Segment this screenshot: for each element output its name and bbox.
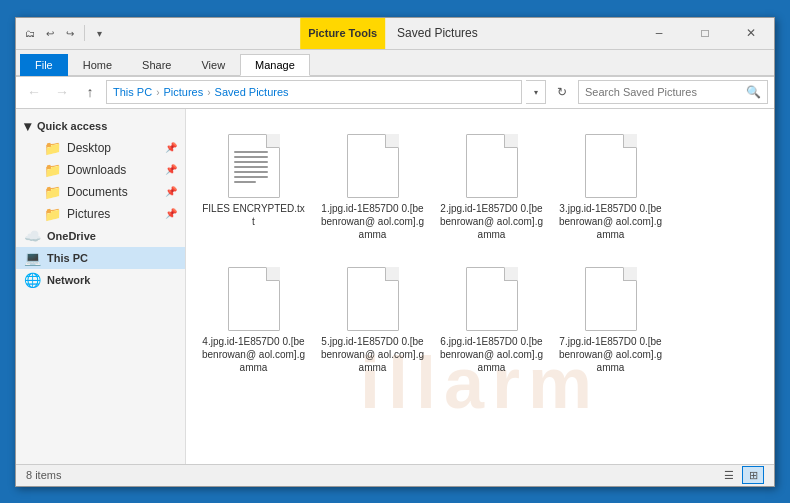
file-fold xyxy=(623,267,637,281)
status-count: 8 items xyxy=(26,469,61,481)
file-fold xyxy=(504,267,518,281)
txt-line xyxy=(234,166,268,168)
tab-share[interactable]: Share xyxy=(127,54,186,76)
breadcrumb-saved-pictures[interactable]: Saved Pictures xyxy=(215,86,289,98)
refresh-button[interactable]: ↻ xyxy=(550,80,574,104)
search-icon[interactable]: 🔍 xyxy=(746,85,761,99)
file-name: 4.jpg.id-1E857D0 0.[bebenrowan@ aol.com]… xyxy=(201,335,306,374)
this-pc-label: This PC xyxy=(47,252,88,264)
breadcrumb[interactable]: This PC › Pictures › Saved Pictures xyxy=(106,80,522,104)
txt-line xyxy=(234,151,268,153)
tab-view[interactable]: View xyxy=(186,54,240,76)
this-pc-icon: 💻 xyxy=(24,250,41,266)
txt-lines xyxy=(234,151,268,183)
large-icons-view-button[interactable]: ⊞ xyxy=(742,466,764,484)
txt-line xyxy=(234,181,256,183)
sidebar-item-this-pc[interactable]: 💻 This PC xyxy=(16,247,185,269)
file-item-file6[interactable]: 6.jpg.id-1E857D0 0.[bebenrowan@ aol.com]… xyxy=(434,252,549,381)
file-icon xyxy=(581,259,641,331)
quick-access-items: 📁 Desktop 📌 📁 Downloads 📌 📁 Documents 📌 … xyxy=(16,137,185,225)
breadcrumb-dropdown[interactable]: ▾ xyxy=(526,80,546,104)
pin-icon: 📌 xyxy=(165,142,177,153)
search-input[interactable] xyxy=(585,86,742,98)
file-icon xyxy=(224,126,284,198)
view-controls: ☰ ⊞ xyxy=(718,466,764,484)
file-fold xyxy=(623,134,637,148)
sidebar-item-label: Pictures xyxy=(67,207,110,221)
file-name: 5.jpg.id-1E857D0 0.[bebenrowan@ aol.com]… xyxy=(320,335,425,374)
file-paper xyxy=(347,134,399,198)
forward-button[interactable]: → xyxy=(50,80,74,104)
files-grid: FILES ENCRYPTED.txt 1.jpg.id-1E857D0 0.[… xyxy=(196,119,764,381)
quick-access-arrow: ▾ xyxy=(24,118,31,134)
tab-file[interactable]: File xyxy=(20,54,68,76)
sidebar-item-documents[interactable]: 📁 Documents 📌 xyxy=(36,181,185,203)
details-view-button[interactable]: ☰ xyxy=(718,466,740,484)
sidebar-item-pictures[interactable]: 📁 Pictures 📌 xyxy=(36,203,185,225)
sidebar-item-label: Desktop xyxy=(67,141,111,155)
file-icon xyxy=(462,259,522,331)
maximize-button[interactable]: □ xyxy=(682,17,728,49)
file-item-file1[interactable]: 1.jpg.id-1E857D0 0.[bebenrowan@ aol.com]… xyxy=(315,119,430,248)
file-fold xyxy=(385,267,399,281)
file-item-file7[interactable]: 7.jpg.id-1E857D0 0.[bebenrowan@ aol.com]… xyxy=(553,252,668,381)
back-button[interactable]: ← xyxy=(22,80,46,104)
qat-separator xyxy=(84,25,85,41)
sidebar-item-label: Documents xyxy=(67,185,128,199)
file-paper xyxy=(466,134,518,198)
minimize-button[interactable]: – xyxy=(636,17,682,49)
up-button[interactable]: ↑ xyxy=(78,80,102,104)
folder-icon: 🗂 xyxy=(22,25,38,41)
file-item-files-encrypted[interactable]: FILES ENCRYPTED.txt xyxy=(196,119,311,248)
pin-icon: 📌 xyxy=(165,208,177,219)
file-paper xyxy=(347,267,399,331)
file-fold xyxy=(504,134,518,148)
tab-home[interactable]: Home xyxy=(68,54,127,76)
sidebar-item-quick-access[interactable]: ▾ Quick access xyxy=(16,115,185,137)
file-fold xyxy=(385,134,399,148)
file-icon xyxy=(462,126,522,198)
sidebar-item-onedrive[interactable]: ☁️ OneDrive xyxy=(16,225,185,247)
network-label: Network xyxy=(47,274,90,286)
address-bar: ← → ↑ This PC › Pictures › Saved Picture… xyxy=(16,77,774,109)
onedrive-label: OneDrive xyxy=(47,230,96,242)
quick-access-toolbar: 🗂 ↩ ↪ ▾ xyxy=(16,18,113,49)
file-item-file2[interactable]: 2.jpg.id-1E857D0 0.[bebenrowan@ aol.com]… xyxy=(434,119,549,248)
file-icon xyxy=(581,126,641,198)
sidebar-item-downloads[interactable]: 📁 Downloads 📌 xyxy=(36,159,185,181)
breadcrumb-sep-1: › xyxy=(156,87,159,98)
pin-icon: 📌 xyxy=(165,164,177,175)
file-paper xyxy=(585,267,637,331)
file-fold xyxy=(266,134,280,148)
txt-line xyxy=(234,161,268,163)
sidebar-item-network[interactable]: 🌐 Network xyxy=(16,269,185,291)
title-center: Picture Tools Saved Pictures xyxy=(300,18,490,49)
tab-manage[interactable]: Manage xyxy=(240,54,310,76)
documents-folder-icon: 📁 xyxy=(44,184,61,200)
qat-undo[interactable]: ↩ xyxy=(42,25,58,41)
file-name: 7.jpg.id-1E857D0 0.[bebenrowan@ aol.com]… xyxy=(558,335,663,374)
pictures-folder-icon: 📁 xyxy=(44,206,61,222)
file-paper xyxy=(228,267,280,331)
txt-line xyxy=(234,176,268,178)
main-area: ▾ Quick access 📁 Desktop 📌 📁 Downloads 📌… xyxy=(16,109,774,464)
breadcrumb-pictures[interactable]: Pictures xyxy=(163,86,203,98)
pin-icon: 📌 xyxy=(165,186,177,197)
sidebar-item-desktop[interactable]: 📁 Desktop 📌 xyxy=(36,137,185,159)
file-item-file5[interactable]: 5.jpg.id-1E857D0 0.[bebenrowan@ aol.com]… xyxy=(315,252,430,381)
file-name: 3.jpg.id-1E857D0 0.[bebenrowan@ aol.com]… xyxy=(558,202,663,241)
sidebar: ▾ Quick access 📁 Desktop 📌 📁 Downloads 📌… xyxy=(16,109,186,464)
ribbon-tab-bar: File Home Share View Manage xyxy=(16,50,774,76)
qat-redo[interactable]: ↪ xyxy=(62,25,78,41)
file-item-file4[interactable]: 4.jpg.id-1E857D0 0.[bebenrowan@ aol.com]… xyxy=(196,252,311,381)
qat-dropdown[interactable]: ▾ xyxy=(91,25,107,41)
status-bar: 8 items ☰ ⊞ xyxy=(16,464,774,486)
close-button[interactable]: ✕ xyxy=(728,17,774,49)
file-name: FILES ENCRYPTED.txt xyxy=(201,202,306,228)
ribbon: File Home Share View Manage xyxy=(16,50,774,77)
context-tab-label[interactable]: Picture Tools xyxy=(300,18,385,49)
search-box[interactable]: 🔍 xyxy=(578,80,768,104)
file-item-file3[interactable]: 3.jpg.id-1E857D0 0.[bebenrowan@ aol.com]… xyxy=(553,119,668,248)
breadcrumb-this-pc[interactable]: This PC xyxy=(113,86,152,98)
txt-line xyxy=(234,171,268,173)
